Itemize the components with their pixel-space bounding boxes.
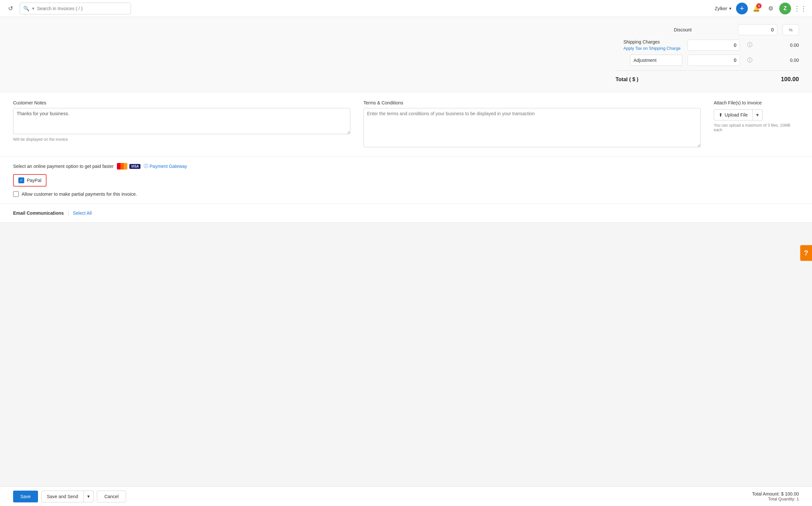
upload-dropdown-button[interactable]: ▼ xyxy=(753,109,762,120)
email-title: Email Communications xyxy=(13,210,64,216)
discount-row: Discount % xyxy=(616,22,799,37)
adjustment-row: ⓘ 0.00 xyxy=(616,53,799,68)
search-icon: 🔍 xyxy=(23,6,29,11)
chevron-down-icon: ▼ xyxy=(755,112,759,117)
attach-column: Attach File(s) to Invoice ⬆ Upload File … xyxy=(714,100,799,148)
mastercard-icon xyxy=(117,163,128,170)
shipping-value: 0.00 xyxy=(759,43,799,48)
help-button[interactable]: ? xyxy=(800,245,812,261)
chevron-down-icon: ▼ xyxy=(86,494,90,499)
shipping-label-block: Shipping Charges Apply Tax on Shipping C… xyxy=(624,39,682,51)
notification-badge: 1 xyxy=(756,3,761,8)
adjustment-help-icon[interactable]: ⓘ xyxy=(745,57,754,64)
partial-payment-label: Allow customer to make partial payments … xyxy=(22,191,137,197)
attach-label: Attach File(s) to Invoice xyxy=(714,100,799,105)
payment-icons: VISA xyxy=(117,163,140,170)
bottom-action-bar: Save Save and Send ▼ Cancel Total Amount… xyxy=(0,486,812,506)
gear-icon: ⚙ xyxy=(768,5,774,12)
avatar-letter: Z xyxy=(784,6,787,11)
total-value: 100.00 xyxy=(759,76,799,83)
shipping-input[interactable] xyxy=(687,39,740,51)
customer-notes-label: Customer Notes xyxy=(13,100,350,105)
bottom-total-qty: Total Quantity: 1 xyxy=(752,497,799,501)
shipping-label: Shipping Charges xyxy=(624,39,682,45)
question-mark-icon: ? xyxy=(804,249,808,257)
org-dropdown-icon: ▼ xyxy=(729,7,732,10)
terms-column: Terms & Conditions xyxy=(363,100,714,148)
save-button[interactable]: Save xyxy=(13,491,38,502)
paypal-option-row[interactable]: ✓ PayPal xyxy=(13,174,47,186)
avatar[interactable]: Z xyxy=(779,3,791,14)
top-navigation: ↺ 🔍 ▼ Zylker ▼ + 🔔 1 ⚙ Z ⋮⋮ xyxy=(0,0,812,17)
save-and-send-button[interactable]: Save and Send xyxy=(41,491,84,502)
add-button[interactable]: + xyxy=(736,3,748,14)
cancel-button[interactable]: Cancel xyxy=(97,491,127,502)
terms-textarea[interactable] xyxy=(363,108,701,147)
select-all-link[interactable]: Select All xyxy=(73,210,92,216)
adjustment-input-wrap xyxy=(687,55,740,66)
payment-gateway-label: Payment Gateway xyxy=(150,164,187,169)
customer-notes-textarea[interactable]: Thanks for your business. xyxy=(13,108,350,134)
org-name: Zylker xyxy=(715,6,727,11)
discount-label: Discount xyxy=(674,27,733,32)
adjustment-label-input[interactable] xyxy=(630,55,682,66)
email-section: Email Communications | Select All xyxy=(0,204,812,223)
settings-button[interactable]: ⚙ xyxy=(765,3,777,14)
customer-notes-hint: Will be displayed on the invoice xyxy=(13,137,350,142)
email-title-row: Email Communications | Select All xyxy=(13,210,799,216)
discount-percent: % xyxy=(783,24,799,35)
payment-gateway-link[interactable]: Ⓘ Payment Gateway xyxy=(144,163,187,169)
email-divider: | xyxy=(68,210,69,216)
terms-label: Terms & Conditions xyxy=(363,100,701,105)
shipping-input-wrap xyxy=(687,39,740,51)
paypal-label: PayPal xyxy=(27,178,41,183)
search-dropdown-icon[interactable]: ▼ xyxy=(31,7,35,10)
paypal-checkbox[interactable]: ✓ xyxy=(18,177,24,183)
notes-column: Customer Notes Thanks for your business.… xyxy=(13,100,363,148)
bottom-total-amount: Total Amount: $ 100.00 xyxy=(752,491,799,497)
upload-file-button[interactable]: ⬆ Upload File xyxy=(714,109,753,120)
notifications-button[interactable]: 🔔 1 xyxy=(750,3,762,14)
notes-terms-section: Customer Notes Thanks for your business.… xyxy=(0,92,812,156)
payment-title-row: Select an online payment option to get p… xyxy=(13,163,799,170)
visa-icon: VISA xyxy=(129,164,140,169)
payment-gateway-icon: Ⓘ xyxy=(144,163,148,169)
adjustment-input[interactable] xyxy=(687,55,740,66)
main-content: Discount % Shipping Charges Apply Tax on… xyxy=(0,17,812,223)
bottom-totals: Total Amount: $ 100.00 Total Quantity: 1 xyxy=(752,491,799,501)
search-input[interactable] xyxy=(37,6,128,11)
payment-title: Select an online payment option to get p… xyxy=(13,164,113,169)
upload-btn-label: Upload File xyxy=(725,112,748,117)
discount-input[interactable] xyxy=(738,24,777,35)
save-and-send-dropdown-button[interactable]: ▼ xyxy=(84,491,94,502)
payment-section: Select an online payment option to get p… xyxy=(0,156,812,204)
apply-tax-link[interactable]: Apply Tax on Shipping Charge xyxy=(624,46,682,51)
attach-hint: You can upload a maximum of 3 files, 10M… xyxy=(714,123,799,132)
total-row: Total ( $ ) 100.00 xyxy=(616,70,799,85)
nav-icons: + 🔔 1 ⚙ Z ⋮⋮ xyxy=(736,3,807,14)
adjustment-value: 0.00 xyxy=(759,58,799,63)
shipping-help-icon[interactable]: ⓘ xyxy=(745,41,754,49)
upload-icon: ⬆ xyxy=(719,112,723,117)
search-bar[interactable]: 🔍 ▼ xyxy=(20,3,131,14)
shipping-row: Shipping Charges Apply Tax on Shipping C… xyxy=(616,37,799,53)
plus-icon: + xyxy=(740,4,744,13)
refresh-button[interactable]: ↺ xyxy=(5,3,16,14)
org-selector[interactable]: Zylker ▼ xyxy=(715,6,732,11)
partial-payment-row: Allow customer to make partial payments … xyxy=(13,191,799,197)
total-label: Total ( $ ) xyxy=(616,77,674,82)
partial-payment-checkbox[interactable] xyxy=(13,191,19,197)
totals-section: Discount % Shipping Charges Apply Tax on… xyxy=(0,17,812,92)
grid-menu-button[interactable]: ⋮⋮ xyxy=(794,5,807,12)
upload-btn-row: ⬆ Upload File ▼ xyxy=(714,109,799,120)
save-send-group: Save and Send ▼ xyxy=(41,491,94,502)
